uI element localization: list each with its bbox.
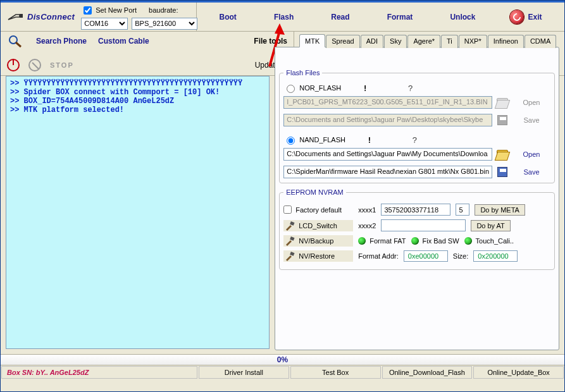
nor-save-label: Save bbox=[512, 116, 550, 124]
fix-bad-sw-button[interactable]: Fix Bad SW bbox=[411, 237, 459, 245]
tab-infineon[interactable]: Infineon bbox=[488, 35, 524, 48]
tab-nxp[interactable]: NXP* bbox=[459, 35, 487, 48]
online-download-flash-button[interactable]: Online_Download_Flash bbox=[382, 366, 473, 379]
factory-default-label: Factory default bbox=[295, 206, 342, 214]
box-sn: Box SN: bY.. AnGeL25dZ bbox=[1, 366, 197, 379]
hammer-icon bbox=[285, 236, 295, 246]
status-bar: Box SN: bY.. AnGeL25dZ Driver Install Te… bbox=[1, 365, 564, 379]
file-tools-button[interactable]: File tools bbox=[254, 37, 287, 46]
test-box-button[interactable]: Test Box bbox=[290, 366, 381, 379]
flash-files-group: Flash Files NOR_FLASH ! ? I_PCB01_GPRS_M… bbox=[279, 69, 555, 183]
unlock-button[interactable]: Unlock bbox=[447, 9, 478, 25]
nand-path1[interactable]: C:\Documents and Settings\Jaguar Paw\My … bbox=[283, 148, 492, 161]
lcd-switch-button[interactable]: LCD_Switch bbox=[283, 220, 353, 231]
tab-adi[interactable]: ADI bbox=[361, 35, 383, 48]
svg-rect-3 bbox=[290, 221, 294, 226]
xxxx1-extra-input[interactable] bbox=[456, 204, 469, 216]
format-addr-value[interactable]: 0xe00000 bbox=[404, 250, 448, 262]
power-icon bbox=[510, 10, 524, 24]
disconnect-label: DisConnect bbox=[27, 12, 75, 21]
help-icon: ? bbox=[408, 83, 413, 93]
excl-icon: ! bbox=[363, 83, 368, 93]
nand-open-label: Open bbox=[512, 150, 550, 158]
nv-backup-button[interactable]: NV/Backup bbox=[283, 235, 353, 247]
do-by-meta-button[interactable]: Do by META bbox=[475, 204, 525, 216]
nor-open-button bbox=[495, 95, 510, 109]
xxxx2-input[interactable] bbox=[381, 219, 466, 231]
tab-mtk[interactable]: MTK bbox=[299, 34, 325, 47]
xxxx1-input[interactable] bbox=[381, 204, 450, 216]
read-button[interactable]: Read bbox=[328, 9, 352, 25]
size-value[interactable]: 0x200000 bbox=[473, 250, 518, 262]
format-addr-label: Format Addr: bbox=[358, 252, 399, 260]
nor-path1: I_PCB01_GPRS_MT6223_S00.G505_E511_01F_IN… bbox=[283, 96, 492, 109]
disconnect-button[interactable]: DisConnect bbox=[4, 9, 77, 25]
tab-spread[interactable]: Spread bbox=[326, 35, 359, 48]
nor-flash-radio[interactable] bbox=[287, 85, 295, 93]
svg-rect-5 bbox=[290, 252, 294, 256]
do-by-at-button[interactable]: Do by AT bbox=[471, 220, 510, 231]
svg-rect-0 bbox=[20, 14, 23, 18]
exit-button[interactable]: Exit bbox=[528, 9, 544, 25]
tab-cdma[interactable]: CDMA bbox=[525, 35, 556, 48]
factory-default-checkbox[interactable] bbox=[283, 205, 292, 214]
nor-flash-label: NOR_FLASH bbox=[299, 84, 341, 92]
log-console[interactable]: >> ŸŸŸŸŸŸŸŸŸŸŸŸŸŸŸŸŸŸŸŸŸŸŸŸŸŸŸŸŸŸŸŸŸŸŸŸŸ… bbox=[6, 76, 270, 349]
nand-flash-radio[interactable] bbox=[287, 137, 295, 145]
help-icon-2: ? bbox=[413, 135, 417, 145]
usb-plug-icon bbox=[7, 11, 23, 23]
baudrate-select[interactable]: BPS_921600 bbox=[132, 18, 197, 30]
format-fat-button[interactable]: Format FAT bbox=[358, 237, 406, 245]
platform-tabs: MTK Spread ADI Sky Agere* Ti NXP* Infine… bbox=[299, 34, 559, 47]
excl-icon-2: ! bbox=[367, 135, 372, 145]
stop-icon bbox=[28, 59, 41, 71]
tab-sky[interactable]: Sky bbox=[384, 35, 407, 48]
xxxx2-label: xxxx2 bbox=[358, 222, 376, 230]
svg-line-2 bbox=[16, 42, 21, 47]
progress-text: 0% bbox=[277, 355, 288, 364]
boot-button[interactable]: Boot bbox=[217, 9, 239, 25]
eeprom-group: EEPROM NVRAM Factory default xxxx1 Do by… bbox=[279, 188, 555, 270]
progress-bar: 0% bbox=[1, 354, 564, 365]
search-phone-button[interactable]: Search Phone bbox=[36, 37, 87, 46]
tab-agere[interactable]: Agere* bbox=[407, 35, 440, 48]
nand-path2[interactable]: C:\SpiderMan\firmware Hasil Read\nexian … bbox=[283, 166, 492, 178]
custom-cable-button[interactable]: Custom Cable bbox=[98, 37, 149, 46]
svg-rect-4 bbox=[290, 236, 294, 241]
main-toolbar: DisConnect Set New Port baudrate: COM16 … bbox=[1, 3, 564, 32]
nand-save-label: Save bbox=[512, 168, 550, 176]
hammer-icon bbox=[285, 251, 295, 261]
magnifier-icon bbox=[7, 34, 25, 48]
hammer-icon bbox=[285, 221, 295, 231]
xxxx1-label: xxxx1 bbox=[358, 206, 376, 214]
online-update-box-button[interactable]: Online_Update_Box bbox=[473, 366, 564, 379]
nand-save-button[interactable] bbox=[495, 165, 510, 179]
mtk-panel: Flash Files NOR_FLASH ! ? I_PCB01_GPRS_M… bbox=[275, 47, 559, 350]
nor-save-button bbox=[495, 113, 510, 127]
power-small-icon[interactable] bbox=[7, 59, 20, 71]
set-new-port-checkbox[interactable] bbox=[84, 6, 92, 15]
nand-flash-label: NAND_FLASH bbox=[299, 136, 345, 144]
eeprom-legend: EEPROM NVRAM bbox=[283, 188, 345, 196]
set-new-port-label: Set New Port bbox=[96, 6, 137, 14]
flash-button[interactable]: Flash bbox=[271, 9, 296, 25]
tab-ti[interactable]: Ti bbox=[441, 35, 458, 48]
size-label: Size: bbox=[453, 252, 468, 260]
baudrate-label: baudrate: bbox=[149, 6, 178, 14]
nor-open-label: Open bbox=[512, 99, 550, 106]
nand-open-button[interactable] bbox=[495, 147, 510, 161]
flash-files-legend: Flash Files bbox=[283, 69, 322, 77]
driver-install-button[interactable]: Driver Install bbox=[199, 366, 289, 379]
touch-cali-button[interactable]: Touch_Cali.. bbox=[464, 237, 514, 245]
stop-button: STOP bbox=[50, 61, 74, 69]
nv-restore-button[interactable]: NV/Restore bbox=[283, 250, 353, 262]
com-port-select[interactable]: COM16 bbox=[81, 18, 128, 30]
format-button[interactable]: Format bbox=[385, 9, 416, 25]
nor-path2: C:\Documents and Settings\Jaguar Paw\Des… bbox=[283, 114, 492, 126]
